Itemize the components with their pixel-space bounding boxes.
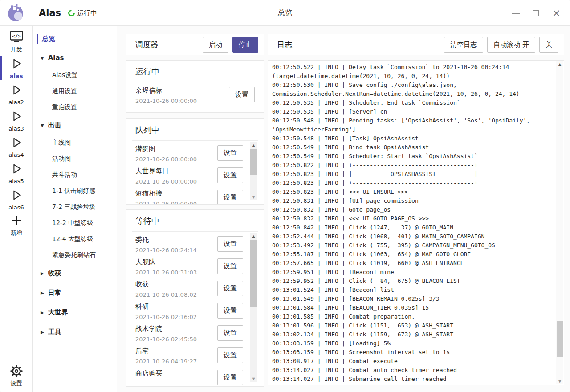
scrollbar-thumb[interactable] <box>250 240 257 307</box>
chevron-right-icon: ▶ <box>41 310 44 315</box>
scrollbar-thumb[interactable] <box>557 321 563 357</box>
menu-item-1-1 伏击刷好感[interactable]: 1-1 伏击刷好感 <box>33 183 117 199</box>
sidebar-item-开发[interactable]: </>开发 <box>0 29 32 55</box>
scheduler-buttons: 启动 停止 <box>203 37 258 53</box>
log-line: 00:12:50.832 | INFO | <<< UI GOTO PAGE_O… <box>272 214 554 223</box>
menu-item-收获[interactable]: ▶收获 <box>33 263 117 283</box>
menu-item-12-4 大型练级[interactable]: 12-4 大型练级 <box>33 231 117 247</box>
log-content[interactable]: 00:12:50.522 | INFO | Delay task `Commis… <box>268 61 556 385</box>
log-line: 00:13:01.524 | INFO | [Beacon] list <box>272 286 554 294</box>
clear-log-button[interactable]: 清空日志 <box>444 37 483 53</box>
maximize-button[interactable] <box>533 10 539 16</box>
log-line: 00:12:57.665 | INFO | Click (1019, 660) … <box>272 259 554 268</box>
queue-panel: 队列中 潜艇图2021-10-26 00:00:00设置大世界每日2021-10… <box>126 118 264 205</box>
log-line: 00:12:50.823 | INFO | +-----------------… <box>272 179 554 188</box>
log-line: 00:12:50.535 | INFO | [Server] cn <box>272 107 554 116</box>
menu-group-label: 大世界 <box>48 308 68 316</box>
task-item: 战术学院2021-10-26 02:45:50设置 <box>135 323 255 345</box>
sidebar-item-alas2[interactable]: alas2 <box>0 81 32 107</box>
log-line: 00:12:50.823 | INFO | | OPSIASHASSIST | <box>272 170 554 179</box>
task-settings-button[interactable]: 设置 <box>217 325 243 341</box>
scroll-down-icon[interactable]: ▼ <box>250 194 257 200</box>
sidebar-item-settings[interactable]: 设置 <box>3 364 29 388</box>
sidebar-item-alas3[interactable]: alas3 <box>0 107 32 134</box>
scroll-down-icon[interactable]: ▼ <box>250 376 257 382</box>
task-settings-button[interactable]: 设置 <box>217 145 243 161</box>
menu-item-Alas[interactable]: ▼Alas <box>33 48 117 67</box>
task-settings-button[interactable]: 设置 <box>229 87 255 102</box>
task-settings-button[interactable]: 设置 <box>217 236 243 252</box>
autoscroll-button[interactable]: 自动滚动 开 <box>487 37 535 53</box>
play-icon <box>10 110 23 125</box>
menu-group-label: 工具 <box>48 328 61 336</box>
menu-item-出击[interactable]: ▼出击 <box>33 115 117 135</box>
scroll-up-icon[interactable]: ▲ <box>250 233 257 239</box>
scroll-up-icon[interactable]: ▲ <box>250 142 257 148</box>
sidebar-item-alas4[interactable]: alas4 <box>0 134 32 160</box>
task-item: 商店购买设置 <box>135 367 255 387</box>
task-menu: 总览▼AlasAlas设置通用设置重启设置▼出击主线图活动图共斗活动1-1 伏击… <box>33 26 117 392</box>
menu-item-大世界[interactable]: ▶大世界 <box>33 302 117 322</box>
log-scrollbar[interactable]: ▲ ▼ <box>556 61 563 384</box>
menu-item-总览[interactable]: 总览 <box>33 30 117 48</box>
task-item: 科研2021-10-26 02:16:02设置 <box>135 300 255 323</box>
log-line: 00:13:01.549 | INFO | [BEACON_REMAIN 0.0… <box>272 294 554 303</box>
dev-monitor-icon: </> <box>9 30 24 45</box>
menu-item-重启设置[interactable]: 重启设置 <box>33 99 117 115</box>
running-panel: 运行中 余烬信标2021-10-26 00:00:00设置 <box>126 60 264 113</box>
menu-item-12-2 中型练级[interactable]: 12-2 中型练级 <box>33 215 117 231</box>
start-button[interactable]: 启动 <box>203 37 228 53</box>
menu-item-活动图[interactable]: 活动图 <box>33 151 117 167</box>
log-off-button[interactable]: 关 <box>539 37 558 53</box>
play-icon <box>10 136 23 151</box>
log-line: 00:13:02.134 | INFO | Click (1159, 673) … <box>272 330 554 339</box>
scrollbar-thumb[interactable] <box>250 149 257 175</box>
sidebar-item-alas[interactable]: alas <box>0 55 32 81</box>
queue-title: 队列中 <box>135 125 255 135</box>
menu-item-7-2 三战捡垃圾[interactable]: 7-2 三战捡垃圾 <box>33 199 117 215</box>
task-settings-button[interactable]: 设置 <box>217 303 243 318</box>
sidebar-item-alas6[interactable]: alas6 <box>0 186 32 212</box>
menu-item-Alas设置[interactable]: Alas设置 <box>33 67 117 83</box>
log-line: 'OpsiMeowfficerFarming'] <box>272 125 554 134</box>
sidebar-item-label: alas4 <box>8 151 24 158</box>
menu-group-label: Alas <box>48 54 64 62</box>
menu-item-工具[interactable]: ▶工具 <box>33 322 117 342</box>
plus-icon <box>10 214 23 229</box>
app-window: Alas 运行中 总览 × </>开发alasalas2alas3alas4al… <box>0 0 570 392</box>
menu-item-紧急委托刷钻石[interactable]: 紧急委托刷钻石 <box>33 247 117 263</box>
task-settings-button[interactable]: 设置 <box>217 258 243 274</box>
log-title: 日志 <box>277 40 444 50</box>
sidebar-item-label: alas5 <box>8 178 24 184</box>
task-settings-button[interactable]: 设置 <box>217 281 243 296</box>
sidebar-item-新增[interactable]: 新增 <box>0 212 32 239</box>
app-name: Alas <box>39 8 61 18</box>
chevron-right-icon: ▶ <box>41 271 44 276</box>
sidebar-item-alas5[interactable]: alas5 <box>0 160 32 186</box>
divider <box>132 82 258 82</box>
menu-item-共斗活动[interactable]: 共斗活动 <box>33 167 117 183</box>
task-item: 收获2021-10-26 01:08:02设置 <box>135 278 255 300</box>
chevron-right-icon: ▶ <box>41 290 44 295</box>
task-settings-button[interactable]: 设置 <box>217 167 243 183</box>
play-icon <box>10 188 23 204</box>
scroll-up-icon[interactable]: ▲ <box>556 61 563 67</box>
stop-button[interactable]: 停止 <box>232 37 258 53</box>
queue-scrollbar[interactable]: ▲ ▼ <box>250 142 257 200</box>
log-line: 00:13:14.027 | INFO | Combat auto check … <box>272 366 554 375</box>
waiting-scrollbar[interactable]: ▲ ▼ <box>250 233 257 382</box>
task-settings-button[interactable]: 设置 <box>217 370 243 385</box>
instance-rail: </>开发alasalas2alas3alas4alas5alas6新增 <box>0 26 33 392</box>
task-settings-button[interactable]: 设置 <box>217 347 243 363</box>
scroll-down-icon[interactable]: ▼ <box>556 378 563 384</box>
task-settings-button[interactable]: 设置 <box>217 190 243 205</box>
task-item: 余烬信标2021-10-26 00:00:00设置 <box>135 84 255 106</box>
menu-item-日常[interactable]: ▶日常 <box>33 283 117 302</box>
close-button[interactable]: × <box>552 8 561 18</box>
menu-item-主线图[interactable]: 主线图 <box>33 135 117 151</box>
log-line: 00:12:50.832 | INFO | Goto page_os <box>272 205 554 214</box>
minimize-button[interactable] <box>512 13 520 14</box>
menu-item-通用设置[interactable]: 通用设置 <box>33 83 117 99</box>
chevron-right-icon: ▶ <box>41 330 44 335</box>
log-line: 00:12:50.823 | INFO | <<< UI ENSURE >>> <box>272 188 554 196</box>
